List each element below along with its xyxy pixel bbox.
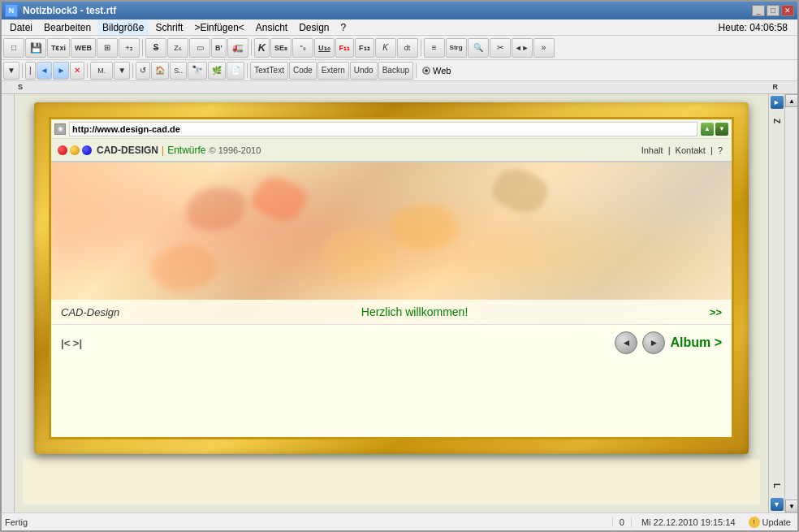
- web-radio[interactable]: Web: [419, 66, 454, 76]
- tb-f12[interactable]: F₁₂: [355, 38, 374, 58]
- toolbar-main: □ 💾 Tɛxi WEB ⊞ +₂ S Z₆ ▭ B' 🚛: [2, 36, 797, 60]
- tb2-arrow-down[interactable]: ▼: [3, 62, 19, 80]
- tb-k[interactable]: K: [254, 38, 270, 58]
- url-domain: www.design-cad.de: [97, 124, 180, 134]
- next-icon: ►: [57, 66, 65, 75]
- tb2-prev[interactable]: ◄: [37, 62, 53, 80]
- hero-image: CAD-Design Herzlich willkommen! >>: [51, 162, 732, 325]
- tb2-delete[interactable]: ✕: [70, 62, 84, 80]
- text-button-label: Text: [254, 66, 269, 75]
- album-next-btn[interactable]: ►: [642, 331, 665, 354]
- site-copy: © 1996-2010: [209, 145, 261, 155]
- tb-save[interactable]: 💾: [25, 38, 46, 58]
- tb2-binoculars[interactable]: 🔭: [188, 62, 207, 80]
- addr-icon: ◉: [54, 123, 66, 135]
- prev-icon: ◄: [41, 66, 49, 75]
- album-label: Album >: [670, 335, 722, 350]
- tb-rect[interactable]: ▭: [189, 38, 210, 58]
- status-datetime: Mi 22.12.2010 19:15:14: [635, 517, 742, 527]
- tb-f11[interactable]: F₁₁: [335, 38, 355, 58]
- menu-bearbeiten[interactable]: Bearbeiten: [39, 20, 96, 35]
- tb2-next[interactable]: ►: [53, 62, 69, 80]
- frame-inner: ◉ http://www.design-cad.de ▲ ▼: [49, 117, 734, 439]
- menu-ansicht[interactable]: Ansicht: [251, 20, 292, 35]
- menu-schrift[interactable]: Schrift: [150, 20, 188, 35]
- tb2-extern-button[interactable]: Extern: [317, 62, 349, 80]
- menu-bildgroesse[interactable]: Bildgröße: [97, 20, 149, 35]
- tb-truck[interactable]: 🚛: [227, 38, 248, 58]
- binoculars-icon: 🔭: [192, 65, 203, 76]
- update-icon: !: [749, 517, 760, 528]
- tb-scissors[interactable]: ✂: [490, 38, 511, 58]
- nav-links: Inhalt | Kontakt | ?: [639, 145, 725, 155]
- tb-strg[interactable]: Strg: [446, 38, 467, 58]
- tb-u10[interactable]: U₁₀: [314, 38, 335, 58]
- tb-k2[interactable]: K: [375, 38, 396, 58]
- new-doc-icon: □: [11, 43, 16, 52]
- nav-arrows-icon: ◄►: [515, 44, 529, 52]
- below-frame-area: [23, 459, 760, 504]
- tb2-sep4: [247, 63, 248, 78]
- tb2-code-button[interactable]: Code: [289, 62, 317, 80]
- close-button[interactable]: ✕: [781, 5, 794, 16]
- tb2-page[interactable]: 📄: [227, 62, 244, 80]
- tb-add[interactable]: +₂: [119, 38, 140, 58]
- tb-more[interactable]: »: [533, 38, 555, 58]
- nav-sep2: |: [710, 145, 713, 155]
- tb-text[interactable]: Tɛxi: [47, 38, 70, 58]
- scroll-dn-btn[interactable]: ▼: [785, 500, 797, 513]
- bottom-nav-left[interactable]: |< >|: [61, 337, 82, 349]
- tb2-text-button[interactable]: TextText: [250, 62, 288, 80]
- tb-bold[interactable]: B': [211, 38, 227, 58]
- tb-search[interactable]: 🔍: [468, 38, 489, 58]
- scroll-right-btn[interactable]: ►: [771, 96, 784, 109]
- current-time: Heute: 04:06:58: [719, 22, 794, 33]
- album-prev-btn[interactable]: ◄: [615, 331, 637, 354]
- menu-help[interactable]: ?: [336, 20, 352, 35]
- addr-arrow-up[interactable]: ▲: [701, 123, 714, 136]
- tb-dt[interactable]: dt: [397, 38, 418, 58]
- url-input[interactable]: http://www.design-cad.de: [69, 122, 698, 136]
- maximize-button[interactable]: □: [767, 5, 780, 16]
- tb2-home[interactable]: 🏠: [151, 62, 169, 80]
- extern-button-label: Extern: [322, 66, 345, 75]
- tb-img[interactable]: ⊞: [97, 38, 118, 58]
- scroll-up-btn[interactable]: ▲: [785, 94, 797, 107]
- tb-web[interactable]: WEB: [71, 38, 96, 58]
- page-icon: 📄: [231, 66, 240, 75]
- addr-arrow-down[interactable]: ▼: [715, 123, 728, 136]
- truck-icon: 🚛: [232, 42, 244, 53]
- menu-design[interactable]: Design: [294, 20, 334, 35]
- minimize-button[interactable]: _: [752, 5, 765, 16]
- editor-area[interactable]: ◉ http://www.design-cad.de ▲ ▼: [15, 94, 768, 513]
- tb2-down2[interactable]: ▼: [114, 62, 130, 80]
- main-window: N Notizblock3 - test.rtf _ □ ✕ Datei Bea…: [0, 0, 799, 532]
- tb2-leaf[interactable]: 🌿: [208, 62, 226, 80]
- nav-inhalt[interactable]: Inhalt: [641, 145, 663, 155]
- nav-kontakt[interactable]: Kontakt: [676, 145, 706, 155]
- tb-new[interactable]: □: [3, 38, 24, 58]
- tb2-undo-button[interactable]: Undo: [350, 62, 378, 80]
- tb2-reload[interactable]: ↺: [136, 62, 150, 80]
- status-update[interactable]: ! Update: [745, 517, 794, 528]
- scroll-down-btn[interactable]: ▼: [771, 498, 784, 511]
- k2-icon: K: [382, 43, 388, 52]
- tb2-sep2: [87, 63, 88, 78]
- tb-se8[interactable]: SE₈: [270, 38, 292, 58]
- status-text: Fertig: [5, 517, 609, 527]
- tb2-m[interactable]: M.: [90, 62, 113, 80]
- tb-quote9[interactable]: "₉: [292, 38, 313, 58]
- tb-z6[interactable]: Z₆: [167, 38, 188, 58]
- tb2-backup-button[interactable]: Backup: [378, 62, 413, 80]
- web-radio-label: Web: [433, 66, 451, 76]
- nav-help[interactable]: ?: [718, 145, 723, 155]
- tb2-pipe[interactable]: |: [25, 62, 36, 80]
- sep3: [421, 40, 421, 56]
- menu-einfuegen[interactable]: >Einfügen<: [189, 20, 248, 35]
- tb-list[interactable]: ≡: [424, 38, 445, 58]
- menu-datei[interactable]: Datei: [5, 20, 37, 35]
- tb-strikethrough[interactable]: S: [145, 38, 166, 58]
- tb-arrows[interactable]: ◄►: [512, 38, 533, 58]
- tb2-s[interactable]: S..: [170, 62, 187, 80]
- browser-bottom: |< >| ◄ ► Album >: [51, 325, 732, 361]
